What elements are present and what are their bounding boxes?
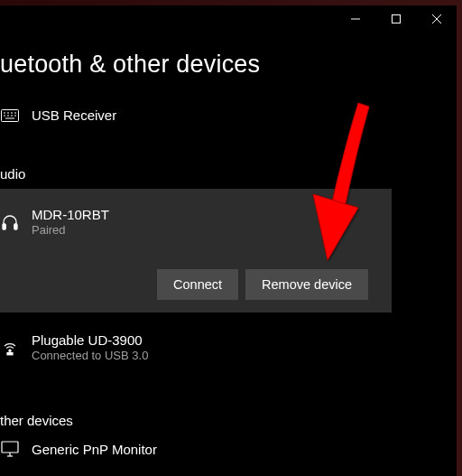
device-name: Generic PnP Monitor [32, 442, 157, 457]
headphones-icon [0, 213, 20, 231]
keyboard-icon [0, 109, 20, 122]
svg-point-16 [9, 350, 11, 351]
svg-rect-18 [2, 442, 18, 453]
svg-rect-17 [7, 352, 13, 354]
close-icon [432, 14, 441, 23]
device-status: Paired [32, 223, 109, 237]
svg-rect-14 [3, 224, 5, 229]
maximize-icon [392, 14, 401, 23]
svg-rect-1 [392, 15, 400, 23]
minimize-button[interactable] [335, 5, 375, 33]
page-title: uetooth & other devices [0, 51, 457, 79]
section-header-other: ther devices [0, 413, 457, 428]
close-button[interactable] [416, 5, 457, 33]
maximize-button[interactable] [375, 5, 416, 33]
device-card-selected: MDR-10RBT Paired Connect Remove device [0, 189, 392, 313]
device-name: USB Receiver [32, 107, 116, 123]
device-row-headphones[interactable]: MDR-10RBT Paired [0, 201, 379, 242]
minimize-icon [351, 14, 360, 23]
device-name: MDR-10RBT [32, 207, 109, 222]
remove-device-button[interactable]: Remove device [245, 269, 368, 300]
device-row-usb-receiver[interactable]: USB Receiver [0, 102, 457, 128]
device-name: Plugable UD-3900 [32, 332, 148, 348]
device-status: Connected to USB 3.0 [32, 349, 148, 362]
svg-rect-15 [14, 224, 17, 229]
section-header-audio: udio [0, 166, 457, 182]
device-row-monitor[interactable]: Generic PnP Monitor [0, 435, 457, 462]
monitor-icon [0, 441, 20, 457]
window-titlebar [335, 5, 457, 33]
device-row-dongle[interactable]: Plugable UD-3900 Connected to USB 3.0 [0, 327, 457, 368]
connect-button[interactable]: Connect [157, 269, 238, 300]
wireless-dongle-icon [0, 339, 20, 357]
